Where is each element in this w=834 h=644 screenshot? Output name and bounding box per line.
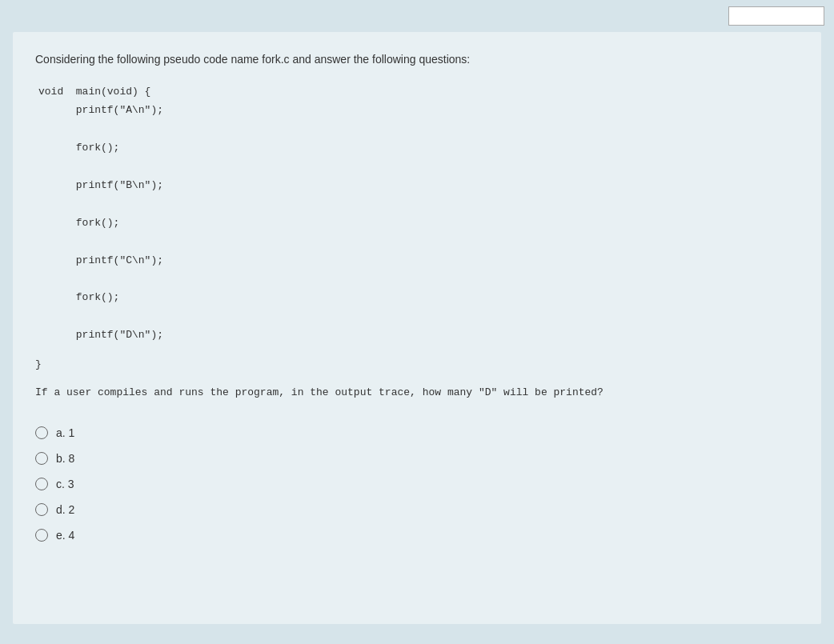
code-line-2: fork();: [38, 138, 799, 157]
option-item-b: b. 8: [35, 452, 799, 465]
top-input[interactable]: [728, 6, 824, 26]
option-item-a: a. 1: [35, 426, 799, 439]
question-intro: Considering the following pseudo code na…: [35, 51, 799, 68]
question-prompt: If a user compiles and runs the program,…: [35, 385, 799, 401]
option-radio-a[interactable]: [35, 426, 48, 439]
option-item-c: c. 3: [35, 478, 799, 490]
option-label-a[interactable]: a. 1: [56, 426, 74, 439]
code-block: void main(void) { printf("A\n"); fork();…: [35, 82, 799, 344]
top-bar: [0, 0, 834, 32]
code-line-0: void main(void) {: [38, 82, 799, 101]
option-label-c[interactable]: c. 3: [56, 478, 74, 490]
code-line-6: fork();: [38, 288, 799, 306]
option-item-e: e. 4: [35, 529, 799, 542]
option-radio-b[interactable]: [35, 452, 48, 465]
option-item-d: d. 2: [35, 503, 799, 516]
code-line-blank-4: [38, 232, 799, 250]
option-radio-d[interactable]: [35, 503, 48, 516]
code-line-blank-2: [38, 158, 799, 176]
option-label-b[interactable]: b. 8: [56, 452, 74, 465]
code-line-1: printf("A\n");: [38, 101, 799, 119]
code-line-blank-6: [38, 307, 799, 326]
closing-brace: }: [35, 358, 799, 370]
code-line-5: printf("C\n");: [38, 251, 799, 270]
option-label-e[interactable]: e. 4: [56, 529, 74, 542]
option-radio-e[interactable]: [35, 529, 48, 542]
option-radio-c[interactable]: [35, 478, 48, 490]
option-label-d[interactable]: d. 2: [56, 503, 74, 516]
code-line-blank-5: [38, 270, 799, 288]
options-list: a. 1 b. 8 c. 3 d. 2 e. 4: [35, 426, 799, 542]
code-line-blank-1: [38, 120, 799, 138]
main-container: Considering the following pseudo code na…: [13, 32, 821, 624]
code-line-3: printf("B\n");: [38, 176, 799, 194]
code-line-4: fork();: [38, 214, 799, 232]
code-line-blank-3: [38, 194, 799, 213]
code-line-7: printf("D\n");: [38, 326, 799, 344]
